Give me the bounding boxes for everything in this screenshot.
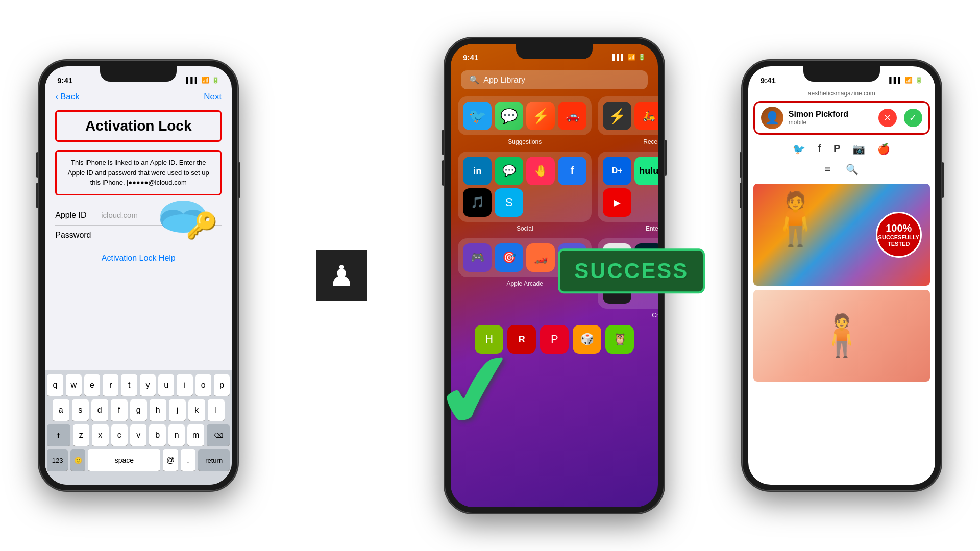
app-game-color[interactable]: 🎲 — [573, 325, 601, 354]
app-game3[interactable]: 🏎️ — [526, 243, 555, 272]
url-bar[interactable]: aestheticsmagazine.com — [748, 89, 935, 99]
accept-button[interactable]: ✓ — [904, 109, 922, 127]
instagram-icon[interactable]: 📷 — [852, 143, 865, 155]
phone2-time: 9:41 — [463, 53, 478, 62]
key-emoji[interactable]: 🙂 — [70, 449, 85, 471]
activation-description-box: This iPhone is linked to an Apple ID. En… — [55, 150, 222, 195]
key-g[interactable]: g — [130, 399, 147, 421]
key-l[interactable]: l — [208, 399, 225, 421]
volume-up-button[interactable] — [36, 152, 38, 178]
key-u[interactable]: u — [158, 374, 174, 396]
pwr-btn3[interactable] — [942, 162, 944, 198]
vol-dn-btn2[interactable] — [442, 160, 444, 186]
key-f[interactable]: f — [111, 399, 128, 421]
power-button[interactable] — [238, 162, 240, 198]
key-c[interactable]: c — [111, 424, 128, 446]
key-z[interactable]: z — [73, 424, 89, 446]
key-p[interactable]: p — [214, 374, 230, 396]
key-delete[interactable]: ⌫ — [207, 424, 230, 446]
key-k[interactable]: k — [188, 399, 205, 421]
keyboard[interactable]: q w e r t y u i o p a s d f g h j k l — [45, 370, 232, 485]
back-button[interactable]: ‹ Back — [55, 92, 79, 102]
activation-content: Activation Lock This iPhone is linked to… — [45, 105, 232, 278]
key-a[interactable]: a — [53, 399, 69, 421]
app-game1[interactable]: 🎮 — [463, 243, 492, 272]
app-disney[interactable]: D+ — [603, 157, 631, 185]
decline-button[interactable]: ✕ — [878, 109, 897, 127]
app-library-search[interactable]: 🔍 App Library — [461, 70, 648, 89]
app-red[interactable]: ▶ — [603, 188, 631, 217]
website-content: 🐦 f P 📷 🍎 ≡ 🔍 100% SUCCESFULLY TESTED — [748, 137, 935, 386]
key-d[interactable]: d — [91, 399, 108, 421]
app-doordash[interactable]: 🚗 — [558, 102, 586, 130]
key-n[interactable]: n — [168, 424, 185, 446]
pinterest-icon[interactable]: P — [834, 143, 840, 155]
key-space[interactable]: space — [88, 449, 160, 471]
app-facebook[interactable]: f — [558, 157, 586, 185]
key-y[interactable]: y — [140, 374, 156, 396]
creativity-label: Creativity — [598, 312, 658, 319]
menu-icon[interactable]: ≡ — [824, 163, 830, 176]
key-q[interactable]: q — [47, 374, 63, 396]
twitter-icon[interactable]: 🐦 — [793, 143, 805, 155]
pwr-btn2[interactable] — [665, 140, 667, 176]
app-messages[interactable]: 💬 — [495, 102, 523, 130]
tested-percent: 100% — [886, 222, 912, 234]
key-r[interactable]: r — [103, 374, 118, 396]
app-duolingo[interactable]: 🦉 — [605, 325, 634, 354]
vol-up-btn2[interactable] — [442, 130, 444, 155]
app-wechat[interactable]: 💬 — [495, 157, 523, 185]
key-h[interactable]: h — [150, 399, 166, 421]
battery-icon: 🔋 — [212, 77, 219, 84]
phone3-screen: 9:41 ▌▌▌ 📶 🔋 aestheticsmagazine.com 👤 Si… — [748, 66, 935, 485]
search-icon2[interactable]: 🔍 — [846, 163, 859, 176]
key-e[interactable]: e — [84, 374, 100, 396]
key-123[interactable]: 123 — [47, 449, 68, 471]
suggestions-apps: 🐦 💬 ⚡ 🚗 — [463, 102, 586, 130]
key-x[interactable]: x — [92, 424, 108, 446]
app-pinterest[interactable]: P — [540, 325, 569, 354]
app-twitter[interactable]: 🐦 — [463, 102, 492, 130]
back-label[interactable]: Back — [60, 92, 80, 102]
accept-icon: ✓ — [909, 112, 917, 123]
key-period[interactable]: . — [181, 449, 195, 471]
social-label: Social — [458, 225, 592, 232]
social-apps: in 💬 🤚 f 🎵 S — [463, 157, 586, 217]
green-checkmark: ✔ — [426, 333, 528, 448]
app-linkedin[interactable]: in — [463, 157, 492, 185]
app-bolt[interactable]: ⚡ — [526, 102, 555, 130]
app-dd[interactable]: 🛵 — [634, 102, 658, 130]
next-button[interactable]: Next — [204, 92, 222, 102]
key-t[interactable]: t — [121, 374, 137, 396]
key-m[interactable]: m — [187, 424, 204, 446]
key-shift[interactable]: ⬆ — [47, 424, 70, 446]
vol-up-btn3[interactable] — [740, 152, 742, 178]
key-at[interactable]: @ — [163, 449, 178, 471]
apple-icon[interactable]: 🍎 — [877, 143, 890, 155]
article-img-bg: 🧍 — [753, 290, 930, 382]
key-w[interactable]: w — [66, 374, 82, 396]
activation-help-link[interactable]: Activation Lock Help — [55, 254, 222, 263]
key-s[interactable]: s — [72, 399, 89, 421]
key-o[interactable]: o — [195, 374, 211, 396]
volume-down-button[interactable] — [36, 183, 38, 208]
decline-icon: ✕ — [884, 112, 891, 123]
key-return[interactable]: return — [198, 449, 230, 471]
suggestions-folder-inner: 🐦 💬 ⚡ 🚗 — [458, 96, 592, 135]
key-j[interactable]: j — [169, 399, 186, 421]
app-tiktok[interactable]: 🎵 — [463, 188, 492, 217]
search-placeholder: App Library — [483, 76, 525, 85]
vol-dn-btn3[interactable] — [740, 183, 742, 208]
app-hand[interactable]: 🤚 — [526, 157, 555, 185]
app-hulu[interactable]: hulu — [634, 157, 658, 185]
key-v[interactable]: v — [130, 424, 146, 446]
nav-bar: ‹ Back Next — [45, 89, 232, 105]
app-game2[interactable]: 🎯 — [495, 243, 523, 272]
app-skype[interactable]: S — [495, 188, 523, 217]
key-b[interactable]: b — [149, 424, 165, 446]
key-i[interactable]: i — [177, 374, 192, 396]
app-flash[interactable]: ⚡ — [603, 102, 631, 130]
keyboard-row-1: q w e r t y u i o p — [47, 374, 230, 396]
activation-fields: Apple ID icloud.com Password 🔑 — [55, 206, 222, 245]
facebook-icon[interactable]: f — [818, 143, 821, 155]
